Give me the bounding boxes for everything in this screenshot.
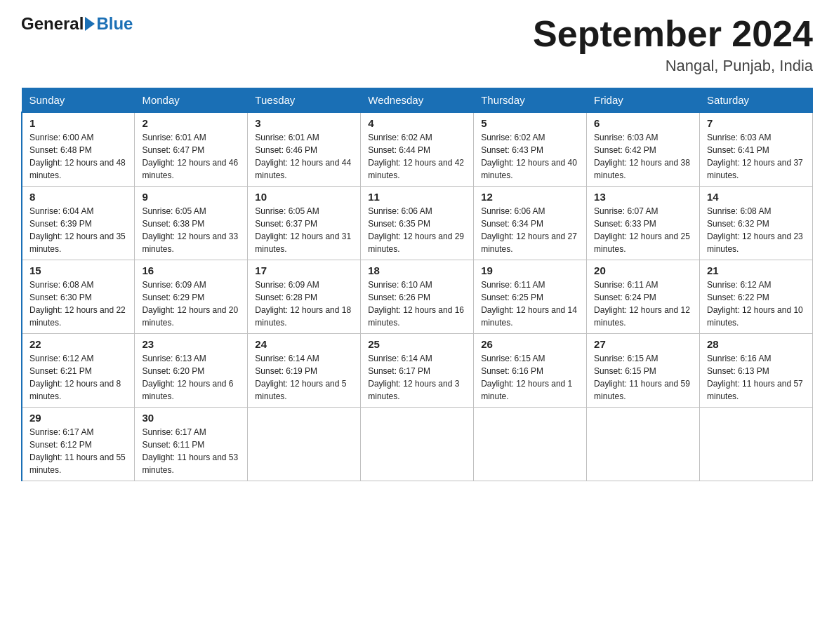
day-number: 29 [29, 412, 127, 424]
day-number: 15 [29, 264, 127, 276]
calendar-cell: 11Sunrise: 6:06 AMSunset: 6:35 PMDayligh… [361, 187, 474, 260]
calendar-cell: 25Sunrise: 6:14 AMSunset: 6:17 PMDayligh… [361, 334, 474, 408]
col-header-saturday: Saturday [700, 88, 813, 113]
day-info: Sunrise: 6:08 AMSunset: 6:32 PMDaylight:… [707, 205, 805, 255]
calendar-cell: 16Sunrise: 6:09 AMSunset: 6:29 PMDayligh… [135, 260, 248, 334]
day-number: 30 [142, 412, 240, 424]
day-number: 24 [255, 338, 353, 350]
calendar-week-row: 29Sunrise: 6:17 AMSunset: 6:12 PMDayligh… [22, 408, 813, 481]
calendar-cell: 9Sunrise: 6:05 AMSunset: 6:38 PMDaylight… [135, 187, 248, 260]
day-number: 1 [29, 117, 127, 129]
calendar-cell: 13Sunrise: 6:07 AMSunset: 6:33 PMDayligh… [587, 187, 700, 260]
day-number: 16 [142, 264, 240, 276]
day-number: 4 [368, 117, 466, 129]
day-info: Sunrise: 6:03 AMSunset: 6:41 PMDaylight:… [707, 131, 805, 182]
day-number: 2 [142, 117, 240, 129]
day-info: Sunrise: 6:05 AMSunset: 6:38 PMDaylight:… [142, 205, 240, 255]
day-number: 11 [368, 191, 466, 203]
calendar-cell: 29Sunrise: 6:17 AMSunset: 6:12 PMDayligh… [22, 408, 135, 481]
col-header-friday: Friday [587, 88, 700, 113]
calendar-cell: 20Sunrise: 6:11 AMSunset: 6:24 PMDayligh… [587, 260, 700, 334]
calendar-cell: 17Sunrise: 6:09 AMSunset: 6:28 PMDayligh… [248, 260, 361, 334]
calendar-cell: 19Sunrise: 6:11 AMSunset: 6:25 PMDayligh… [474, 260, 587, 334]
calendar-cell: 27Sunrise: 6:15 AMSunset: 6:15 PMDayligh… [587, 334, 700, 408]
day-info: Sunrise: 6:13 AMSunset: 6:20 PMDaylight:… [142, 352, 240, 403]
calendar-week-row: 22Sunrise: 6:12 AMSunset: 6:21 PMDayligh… [22, 334, 813, 408]
calendar-cell: 30Sunrise: 6:17 AMSunset: 6:11 PMDayligh… [135, 408, 248, 481]
day-number: 8 [29, 191, 127, 203]
calendar-cell [361, 408, 474, 481]
day-number: 10 [255, 191, 353, 203]
calendar-subtitle: Nangal, Punjab, India [533, 57, 813, 75]
calendar-week-row: 1Sunrise: 6:00 AMSunset: 6:48 PMDaylight… [22, 112, 813, 187]
logo-blue: Blue [96, 14, 133, 34]
calendar-cell: 18Sunrise: 6:10 AMSunset: 6:26 PMDayligh… [361, 260, 474, 334]
day-info: Sunrise: 6:01 AMSunset: 6:47 PMDaylight:… [142, 131, 240, 182]
day-number: 25 [368, 338, 466, 350]
day-info: Sunrise: 6:09 AMSunset: 6:28 PMDaylight:… [255, 279, 353, 329]
day-info: Sunrise: 6:06 AMSunset: 6:35 PMDaylight:… [368, 205, 466, 255]
calendar-cell: 2Sunrise: 6:01 AMSunset: 6:47 PMDaylight… [135, 112, 248, 187]
day-number: 3 [255, 117, 353, 129]
col-header-monday: Monday [135, 88, 248, 113]
calendar-cell: 22Sunrise: 6:12 AMSunset: 6:21 PMDayligh… [22, 334, 135, 408]
calendar-cell: 8Sunrise: 6:04 AMSunset: 6:39 PMDaylight… [22, 187, 135, 260]
day-number: 14 [707, 191, 805, 203]
col-header-wednesday: Wednesday [361, 88, 474, 113]
day-info: Sunrise: 6:14 AMSunset: 6:19 PMDaylight:… [255, 352, 353, 403]
calendar-cell [474, 408, 587, 481]
logo: General Blue [21, 14, 133, 34]
day-number: 9 [142, 191, 240, 203]
calendar-cell: 26Sunrise: 6:15 AMSunset: 6:16 PMDayligh… [474, 334, 587, 408]
day-info: Sunrise: 6:12 AMSunset: 6:21 PMDaylight:… [29, 352, 127, 403]
day-info: Sunrise: 6:00 AMSunset: 6:48 PMDaylight:… [29, 131, 127, 182]
calendar-week-row: 8Sunrise: 6:04 AMSunset: 6:39 PMDaylight… [22, 187, 813, 260]
title-section: September 2024 Nangal, Punjab, India [533, 14, 813, 75]
day-number: 22 [29, 338, 127, 350]
day-info: Sunrise: 6:09 AMSunset: 6:29 PMDaylight:… [142, 279, 240, 329]
day-info: Sunrise: 6:17 AMSunset: 6:11 PMDaylight:… [142, 426, 240, 476]
day-info: Sunrise: 6:15 AMSunset: 6:16 PMDaylight:… [481, 352, 579, 403]
page-header: General Blue September 2024 Nangal, Punj… [21, 14, 813, 75]
day-info: Sunrise: 6:01 AMSunset: 6:46 PMDaylight:… [255, 131, 353, 182]
day-info: Sunrise: 6:12 AMSunset: 6:22 PMDaylight:… [707, 279, 805, 329]
day-info: Sunrise: 6:06 AMSunset: 6:34 PMDaylight:… [481, 205, 579, 255]
day-info: Sunrise: 6:02 AMSunset: 6:43 PMDaylight:… [481, 131, 579, 182]
day-info: Sunrise: 6:04 AMSunset: 6:39 PMDaylight:… [29, 205, 127, 255]
logo-arrow-icon [85, 17, 95, 31]
calendar-cell: 1Sunrise: 6:00 AMSunset: 6:48 PMDaylight… [22, 112, 135, 187]
day-number: 5 [481, 117, 579, 129]
col-header-thursday: Thursday [474, 88, 587, 113]
day-number: 26 [481, 338, 579, 350]
day-number: 18 [368, 264, 466, 276]
calendar-cell: 7Sunrise: 6:03 AMSunset: 6:41 PMDaylight… [700, 112, 813, 187]
calendar-cell [700, 408, 813, 481]
calendar-cell [587, 408, 700, 481]
calendar-cell: 4Sunrise: 6:02 AMSunset: 6:44 PMDaylight… [361, 112, 474, 187]
calendar-cell: 14Sunrise: 6:08 AMSunset: 6:32 PMDayligh… [700, 187, 813, 260]
calendar-table: SundayMondayTuesdayWednesdayThursdayFrid… [21, 88, 813, 481]
calendar-cell: 10Sunrise: 6:05 AMSunset: 6:37 PMDayligh… [248, 187, 361, 260]
day-number: 7 [707, 117, 805, 129]
day-number: 27 [594, 338, 692, 350]
day-info: Sunrise: 6:14 AMSunset: 6:17 PMDaylight:… [368, 352, 466, 403]
calendar-title: September 2024 [533, 14, 813, 54]
calendar-header-row: SundayMondayTuesdayWednesdayThursdayFrid… [22, 88, 813, 113]
calendar-cell [248, 408, 361, 481]
calendar-cell: 5Sunrise: 6:02 AMSunset: 6:43 PMDaylight… [474, 112, 587, 187]
day-info: Sunrise: 6:08 AMSunset: 6:30 PMDaylight:… [29, 279, 127, 329]
calendar-cell: 15Sunrise: 6:08 AMSunset: 6:30 PMDayligh… [22, 260, 135, 334]
col-header-tuesday: Tuesday [248, 88, 361, 113]
day-info: Sunrise: 6:03 AMSunset: 6:42 PMDaylight:… [594, 131, 692, 182]
day-info: Sunrise: 6:05 AMSunset: 6:37 PMDaylight:… [255, 205, 353, 255]
day-number: 20 [594, 264, 692, 276]
calendar-cell: 12Sunrise: 6:06 AMSunset: 6:34 PMDayligh… [474, 187, 587, 260]
day-number: 23 [142, 338, 240, 350]
day-number: 21 [707, 264, 805, 276]
col-header-sunday: Sunday [22, 88, 135, 113]
calendar-cell: 28Sunrise: 6:16 AMSunset: 6:13 PMDayligh… [700, 334, 813, 408]
calendar-cell: 21Sunrise: 6:12 AMSunset: 6:22 PMDayligh… [700, 260, 813, 334]
calendar-week-row: 15Sunrise: 6:08 AMSunset: 6:30 PMDayligh… [22, 260, 813, 334]
day-number: 19 [481, 264, 579, 276]
calendar-cell: 24Sunrise: 6:14 AMSunset: 6:19 PMDayligh… [248, 334, 361, 408]
